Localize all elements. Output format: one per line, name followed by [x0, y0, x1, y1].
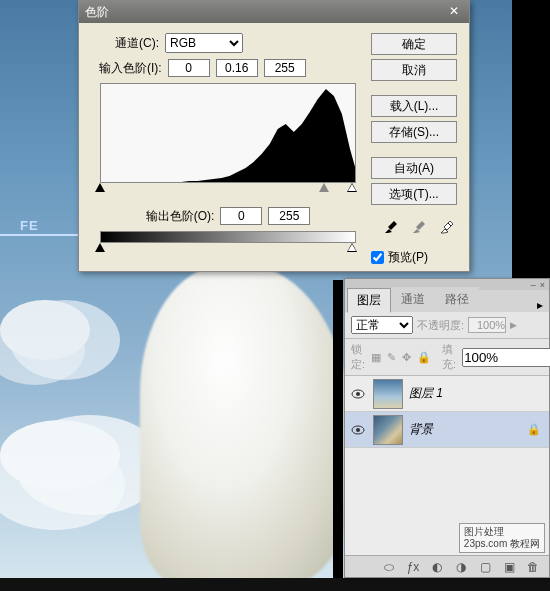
- layers-panel: – × 图层 通道 路径 ▸ 正常 不透明度: ▶ 锁定: ▦ ✎ ✥ 🔒 填充…: [344, 278, 550, 578]
- input-white-point[interactable]: [264, 59, 306, 77]
- adjustment-icon[interactable]: ◑: [453, 559, 469, 575]
- panel-tabs: 图层 通道 路径 ▸: [345, 290, 549, 312]
- input-levels-label: 输入色阶(I):: [99, 60, 162, 77]
- trash-icon[interactable]: 🗑: [525, 559, 541, 575]
- opacity-label: 不透明度:: [417, 318, 464, 333]
- link-icon[interactable]: ⬭: [381, 559, 397, 575]
- panel-bottom-toolbar: ⬭ ƒx ◐ ◑ ▢ ▣ 🗑: [345, 555, 549, 577]
- gray-eyedropper-icon[interactable]: [409, 217, 429, 237]
- svg-point-3: [356, 428, 360, 432]
- layer-list: 图层 1 背景 🔒 图片处理 23ps.com 教程网: [345, 376, 549, 555]
- layer-row[interactable]: 背景 🔒: [345, 412, 549, 448]
- load-button[interactable]: 载入(L)...: [371, 95, 457, 117]
- gamma-slider[interactable]: [319, 183, 329, 192]
- opacity-input[interactable]: [468, 317, 506, 333]
- lock-pixels-icon[interactable]: ✎: [387, 351, 396, 364]
- tab-paths[interactable]: 路径: [435, 287, 479, 312]
- options-button[interactable]: 选项(T)...: [371, 183, 457, 205]
- lock-icon: 🔒: [527, 423, 545, 436]
- input-slider-track: [99, 183, 357, 195]
- canvas-border: [333, 280, 343, 579]
- folder-icon[interactable]: ▢: [477, 559, 493, 575]
- close-icon[interactable]: ×: [540, 280, 545, 290]
- white-eyedropper-icon[interactable]: [437, 217, 457, 237]
- dialog-titlebar[interactable]: 色阶 ✕: [79, 1, 469, 23]
- black-point-slider[interactable]: [95, 183, 105, 192]
- preview-label: 预览(P): [388, 249, 428, 266]
- canvas-border: [0, 578, 550, 591]
- tab-channels[interactable]: 通道: [391, 287, 435, 312]
- output-levels-label: 输出色阶(O):: [146, 208, 215, 225]
- lock-position-icon[interactable]: ✥: [402, 351, 411, 364]
- cloud-decoration: [0, 300, 90, 360]
- fill-label: 填充:: [442, 342, 456, 372]
- close-icon[interactable]: ✕: [445, 4, 463, 20]
- layer-name[interactable]: 背景: [409, 421, 521, 438]
- layer-name[interactable]: 图层 1: [409, 385, 545, 402]
- canvas-text: FE: [20, 218, 39, 233]
- input-black-point[interactable]: [168, 59, 210, 77]
- cloud-decoration: [0, 420, 120, 490]
- output-slider-track: [99, 243, 357, 255]
- dialog-title: 色阶: [85, 4, 109, 21]
- watermark: 图片处理 23ps.com 教程网: [459, 523, 545, 553]
- histogram-chart: [100, 83, 356, 183]
- lock-transparency-icon[interactable]: ▦: [371, 351, 381, 364]
- photo-subject: [140, 265, 350, 585]
- white-point-slider[interactable]: [347, 183, 357, 192]
- canvas-border: [512, 0, 550, 280]
- histogram-svg: [101, 84, 356, 183]
- save-button[interactable]: 存储(S)...: [371, 121, 457, 143]
- mask-icon[interactable]: ◐: [429, 559, 445, 575]
- output-white-slider[interactable]: [347, 243, 357, 252]
- black-eyedropper-icon[interactable]: [381, 217, 401, 237]
- output-white[interactable]: [268, 207, 310, 225]
- levels-dialog: 色阶 ✕ 通道(C): RGB 输入色阶(I):: [78, 0, 470, 272]
- chevron-right-icon[interactable]: ▶: [510, 320, 517, 330]
- ok-button[interactable]: 确定: [371, 33, 457, 55]
- layer-row[interactable]: 图层 1: [345, 376, 549, 412]
- new-layer-icon[interactable]: ▣: [501, 559, 517, 575]
- auto-button[interactable]: 自动(A): [371, 157, 457, 179]
- panel-menu-icon[interactable]: ▸: [531, 298, 549, 312]
- visibility-icon[interactable]: [349, 385, 367, 403]
- channel-select[interactable]: RGB: [165, 33, 243, 53]
- output-gradient: [100, 231, 356, 243]
- channel-label: 通道(C):: [115, 35, 159, 52]
- svg-point-1: [356, 392, 360, 396]
- fill-input[interactable]: [462, 348, 550, 367]
- output-black-slider[interactable]: [95, 243, 105, 252]
- layer-thumbnail[interactable]: [373, 415, 403, 445]
- blend-mode-select[interactable]: 正常: [351, 316, 413, 334]
- minimize-icon[interactable]: –: [531, 280, 536, 290]
- tab-layers[interactable]: 图层: [347, 288, 391, 313]
- preview-checkbox[interactable]: [371, 251, 384, 264]
- cancel-button[interactable]: 取消: [371, 59, 457, 81]
- lock-label: 锁定:: [351, 342, 365, 372]
- input-gamma[interactable]: [216, 59, 258, 77]
- output-black[interactable]: [220, 207, 262, 225]
- lock-all-icon[interactable]: 🔒: [417, 351, 430, 364]
- fx-icon[interactable]: ƒx: [405, 559, 421, 575]
- layer-thumbnail[interactable]: [373, 379, 403, 409]
- visibility-icon[interactable]: [349, 421, 367, 439]
